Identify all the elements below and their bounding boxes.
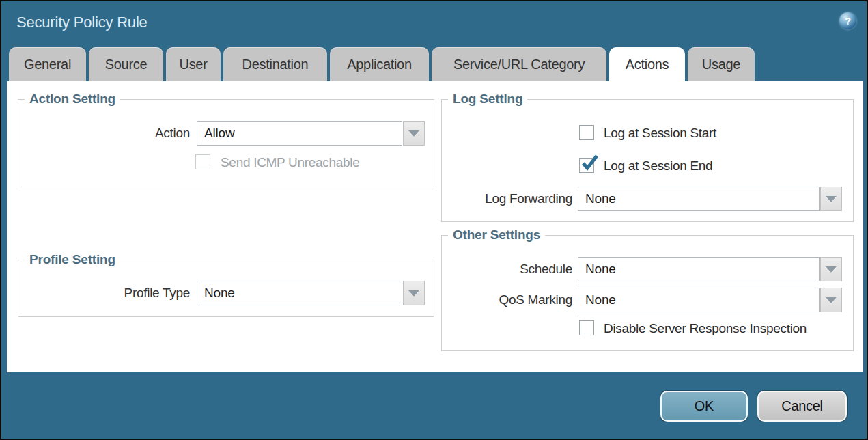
question-mark-glyph: ? xyxy=(845,15,851,27)
tab-general[interactable]: General xyxy=(9,47,86,81)
qos-marking-label: QoS Marking xyxy=(442,288,572,312)
tab-application[interactable]: Application xyxy=(330,47,429,81)
ok-button[interactable]: OK xyxy=(660,391,748,422)
actions-tab-panel: Action Setting Action Allow Send ICMP Un… xyxy=(7,81,863,372)
log-forwarding-dropdown-value: None xyxy=(578,187,820,211)
action-dropdown-button[interactable] xyxy=(403,121,425,146)
schedule-label: Schedule xyxy=(442,257,572,281)
security-policy-rule-dialog: Security Policy Rule ? General Source Us… xyxy=(0,0,868,440)
log-forwarding-dropdown-button[interactable] xyxy=(820,187,842,211)
chevron-down-icon xyxy=(408,130,419,137)
send-icmp-unreachable-checkbox xyxy=(195,154,210,169)
profile-setting-legend: Profile Setting xyxy=(25,251,120,268)
log-setting-legend: Log Setting xyxy=(448,91,527,107)
chevron-down-icon xyxy=(408,290,419,297)
tab-destination[interactable]: Destination xyxy=(223,47,327,81)
action-setting-group: Action Setting Action Allow Send ICMP Un… xyxy=(18,99,434,187)
send-icmp-unreachable-label: Send ICMP Unreachable xyxy=(221,154,360,170)
chevron-down-icon xyxy=(826,297,837,303)
other-settings-legend: Other Settings xyxy=(448,227,545,243)
action-dropdown-value: Allow xyxy=(197,121,402,146)
log-forwarding-label: Log Forwarding xyxy=(442,187,572,211)
other-settings-group: Other Settings Schedule None QoS Marking… xyxy=(441,235,854,351)
tab-usage[interactable]: Usage xyxy=(688,47,755,81)
disable-server-response-inspection-label: Disable Server Response Inspection xyxy=(604,320,807,336)
action-setting-legend: Action Setting xyxy=(25,91,120,107)
log-at-session-start-label: Log at Session Start xyxy=(604,125,716,141)
log-at-session-start-checkbox[interactable] xyxy=(579,125,594,140)
schedule-dropdown-value: None xyxy=(578,257,820,281)
action-dropdown[interactable]: Allow xyxy=(197,121,425,146)
dialog-title: Security Policy Rule xyxy=(16,14,148,31)
profile-type-label: Profile Type xyxy=(18,281,190,305)
tab-actions[interactable]: Actions xyxy=(609,47,685,81)
profile-type-dropdown-value: None xyxy=(197,281,402,305)
log-setting-group: Log Setting Log at Session Start Log at … xyxy=(441,99,854,222)
log-at-session-end-label: Log at Session End xyxy=(604,158,712,174)
qos-marking-dropdown[interactable]: None xyxy=(578,288,842,312)
chevron-down-icon xyxy=(826,196,837,202)
cancel-button[interactable]: Cancel xyxy=(757,391,847,422)
qos-marking-dropdown-button[interactable] xyxy=(820,288,842,312)
chevron-down-icon xyxy=(826,266,837,273)
tab-source[interactable]: Source xyxy=(89,47,163,81)
tab-service-url-category[interactable]: Service/URL Category xyxy=(432,47,606,81)
log-at-session-end-checkbox[interactable] xyxy=(579,158,594,173)
tab-user[interactable]: User xyxy=(166,47,221,81)
schedule-dropdown-button[interactable] xyxy=(820,257,842,281)
log-forwarding-dropdown[interactable]: None xyxy=(578,187,842,211)
profile-type-dropdown-button[interactable] xyxy=(403,281,425,305)
action-label: Action xyxy=(18,121,190,146)
schedule-dropdown[interactable]: None xyxy=(578,257,842,281)
qos-marking-dropdown-value: None xyxy=(578,288,820,312)
tab-bar: General Source User Destination Applicat… xyxy=(9,47,755,81)
profile-setting-group: Profile Setting Profile Type None xyxy=(18,260,434,317)
profile-type-dropdown[interactable]: None xyxy=(197,281,425,305)
disable-server-response-inspection-checkbox[interactable] xyxy=(579,320,594,335)
help-icon[interactable]: ? xyxy=(839,12,856,29)
